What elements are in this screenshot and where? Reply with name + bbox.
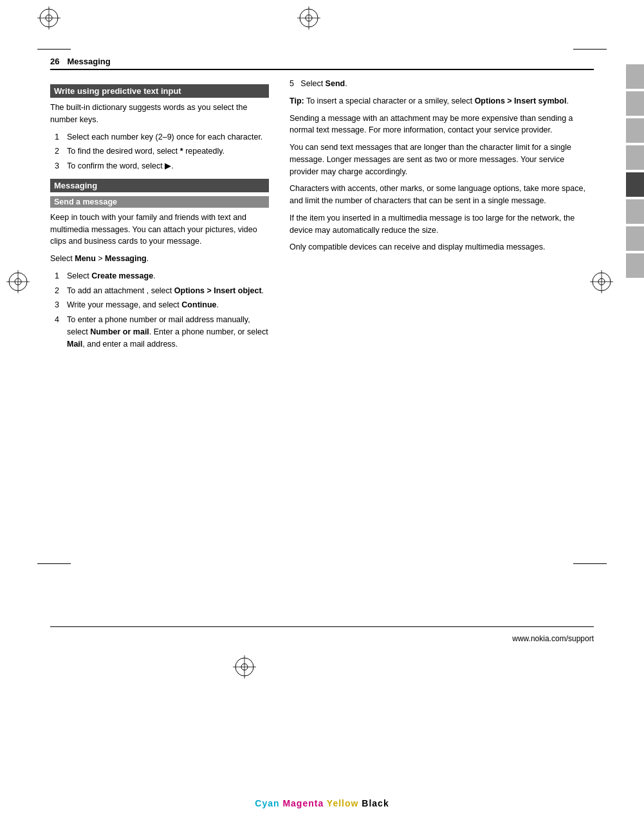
step-5: 5 Select Send.: [290, 78, 594, 90]
send-step-content-2: To add an attachment , select Options > …: [67, 285, 269, 297]
send-step-4: 4 To enter a phone number or mail addres…: [50, 314, 269, 350]
side-tab-2: [626, 91, 644, 116]
side-tab-4: [626, 145, 644, 170]
color-yellow: Yellow: [327, 798, 359, 808]
step-content-2: To find the desired word, select * repea…: [67, 145, 269, 158]
header-bar: 26 Messaging: [50, 57, 594, 70]
send-step-content-4: To enter a phone number or mail address …: [67, 314, 269, 350]
step-1: 1 Select each number key (2–9) once for …: [50, 131, 269, 143]
side-tabs: [626, 64, 644, 278]
reg-mark-top-center: [297, 6, 320, 30]
page: 26 Messaging Write using predictive text…: [0, 0, 644, 820]
reg-mark-left: [6, 270, 30, 295]
right-para-1: Sending a message with an attachment may…: [290, 113, 594, 137]
messaging-intro: Keep in touch with your family and frien…: [50, 212, 269, 248]
main-content: 26 Messaging Write using predictive text…: [50, 57, 594, 679]
side-tab-8: [626, 253, 644, 278]
send-step-num-2: 2: [50, 285, 59, 297]
send-step-2: 2 To add an attachment , select Options …: [50, 285, 269, 297]
predictive-text-intro: The built-in dictionary suggests words a…: [50, 102, 269, 126]
right-column: 5 Select Send. Tip: To insert a special …: [290, 78, 594, 355]
footer-rule: [50, 626, 594, 627]
send-step-content-3: Write your message, and select Continue.: [67, 299, 269, 311]
color-cyan: Cyan: [255, 798, 279, 808]
step-content-3: To confirm the word, select ▶.: [67, 160, 269, 172]
step-num-2: 2: [50, 145, 59, 158]
send-step-num-4: 4: [50, 314, 59, 350]
tip-block: Tip: To insert a special character or a …: [290, 95, 594, 107]
step-num-3: 3: [50, 160, 59, 172]
send-message-steps: 1 Select Create message. 2 To add an att…: [50, 270, 269, 351]
predictive-text-heading: Write using predictive text input: [50, 84, 269, 98]
step-content-1: Select each number key (2–9) once for ea…: [67, 131, 269, 143]
menu-instruction: Select Menu > Messaging.: [50, 253, 269, 265]
line-top-right: [573, 49, 607, 50]
side-tab-1: [626, 64, 644, 89]
color-black: Black: [362, 798, 389, 808]
send-step-num-1: 1: [50, 270, 59, 282]
right-para-5: Only compatible devices can receive and …: [290, 241, 594, 253]
step-2: 2 To find the desired word, select * rep…: [50, 145, 269, 158]
side-tab-7: [626, 226, 644, 251]
two-column-layout: Write using predictive text input The bu…: [50, 78, 594, 355]
side-tab-3: [626, 118, 644, 143]
color-magenta: Magenta: [282, 798, 324, 808]
step-3: 3 To confirm the word, select ▶.: [50, 160, 269, 172]
left-column: Write using predictive text input The bu…: [50, 78, 269, 355]
line-top-left: [37, 49, 71, 50]
messaging-heading: Messaging: [50, 179, 269, 192]
header-chapter: Messaging: [67, 57, 110, 66]
reg-mark-top-left: [37, 6, 60, 30]
right-para-3: Characters with accents, other marks, or…: [290, 183, 594, 207]
right-para-2: You can send text messages that are long…: [290, 141, 594, 178]
send-step-1: 1 Select Create message.: [50, 270, 269, 282]
send-step-3: 3 Write your message, and select Continu…: [50, 299, 269, 311]
tip-text: Tip: To insert a special character or a …: [290, 95, 594, 107]
right-para-4: If the item you inserted in a multimedia…: [290, 212, 594, 237]
send-step-num-3: 3: [50, 299, 59, 311]
footer-url: www.nokia.com/support: [512, 634, 594, 643]
send-step-content-1: Select Create message.: [67, 270, 269, 282]
color-strip: Cyan Magenta Yellow Black: [0, 798, 644, 808]
page-number: 26: [50, 57, 59, 66]
side-tab-6: [626, 199, 644, 224]
send-message-subheading: Send a message: [50, 196, 269, 208]
predictive-text-steps: 1 Select each number key (2–9) once for …: [50, 131, 269, 172]
side-tab-5: [626, 172, 644, 197]
step-num-1: 1: [50, 131, 59, 143]
